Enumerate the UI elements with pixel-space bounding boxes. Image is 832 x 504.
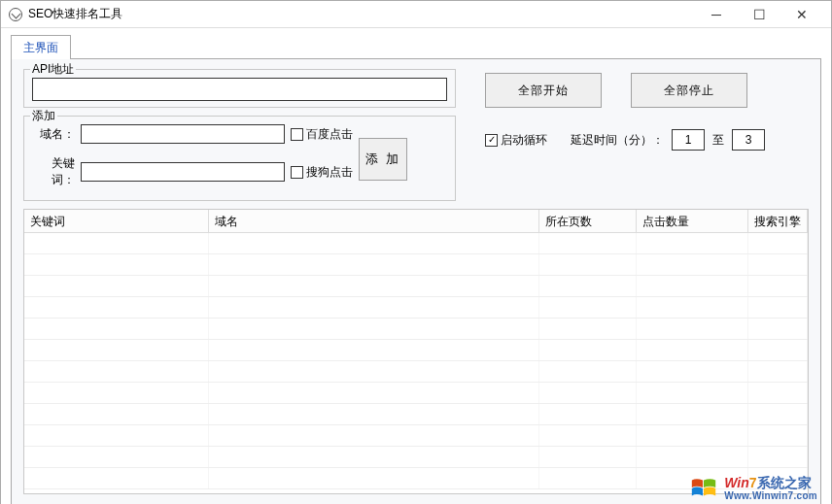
tab-content: API地址 添加 域名： [11, 58, 821, 504]
enable-loop-label: 启动循环 [501, 132, 547, 149]
close-button[interactable]: ✕ [780, 1, 823, 28]
left-column: API地址 添加 域名： [23, 69, 456, 201]
right-column: 全部开始 全部停止 ✓ 启动循环 延迟时间（分）： 至 [485, 69, 809, 201]
table-row[interactable] [24, 447, 808, 468]
keyword-input[interactable] [81, 162, 285, 182]
add-button[interactable]: 添 加 [359, 138, 407, 181]
data-grid: 关键词 域名 所在页数 点击数量 搜索引擎 [23, 209, 809, 494]
col-engine[interactable]: 搜索引擎 [748, 210, 808, 232]
maximize-button[interactable]: ☐ [738, 1, 780, 28]
grid-header: 关键词 域名 所在页数 点击数量 搜索引擎 [24, 210, 808, 233]
baidu-click-checkbox[interactable]: 百度点击 [291, 126, 353, 143]
table-row[interactable] [24, 425, 808, 447]
col-domain[interactable]: 域名 [209, 210, 539, 232]
app-icon [9, 8, 22, 21]
start-all-button[interactable]: 全部开始 [485, 73, 602, 108]
col-clicks[interactable]: 点击数量 [637, 210, 748, 232]
table-row[interactable] [24, 319, 808, 340]
keyword-label: 关键词： [32, 155, 75, 188]
checkbox-box [291, 128, 303, 141]
table-row[interactable] [24, 383, 808, 404]
api-legend: API地址 [30, 61, 76, 78]
grid-body [24, 233, 808, 493]
baidu-click-label: 百度点击 [306, 126, 353, 143]
domain-label: 域名： [32, 126, 75, 143]
body-area: 主界面 API地址 添加 域名： [1, 28, 831, 504]
col-page[interactable]: 所在页数 [539, 210, 637, 232]
titlebar: SEO快速排名工具 ─ ☐ ✕ [1, 1, 831, 28]
table-row[interactable] [24, 254, 808, 276]
top-row: API地址 添加 域名： [23, 69, 809, 201]
window-title: SEO快速排名工具 [28, 6, 122, 22]
delay-label: 延迟时间（分）： [571, 132, 664, 149]
table-row[interactable] [24, 361, 808, 383]
delay-min-input[interactable] [672, 129, 705, 151]
checkbox-box [291, 166, 303, 179]
table-row[interactable] [24, 276, 808, 297]
sogou-click-checkbox[interactable]: 搜狗点击 [291, 164, 353, 181]
delay-max-input[interactable] [732, 129, 765, 151]
table-row[interactable] [24, 233, 808, 254]
api-input[interactable] [32, 78, 447, 101]
enable-loop-checkbox[interactable]: ✓ 启动循环 [485, 132, 547, 149]
table-row[interactable] [24, 297, 808, 319]
delay-to-label: 至 [712, 132, 724, 149]
domain-input[interactable] [81, 124, 285, 144]
api-fieldset: API地址 [23, 69, 456, 108]
app-window: SEO快速排名工具 ─ ☐ ✕ 主界面 API地址 添加 [0, 0, 832, 504]
tab-header: 主界面 [11, 34, 821, 58]
add-legend: 添加 [30, 108, 57, 124]
tab-main[interactable]: 主界面 [11, 35, 71, 59]
add-fieldset: 添加 域名： 百度点击 [23, 116, 456, 201]
minimize-button[interactable]: ─ [695, 1, 738, 28]
table-row[interactable] [24, 468, 808, 489]
sogou-click-label: 搜狗点击 [306, 164, 353, 181]
stop-all-button[interactable]: 全部停止 [631, 73, 747, 108]
table-row[interactable] [24, 404, 808, 425]
table-row[interactable] [24, 340, 808, 361]
col-keyword[interactable]: 关键词 [24, 210, 209, 232]
checkbox-box-checked: ✓ [485, 134, 498, 147]
